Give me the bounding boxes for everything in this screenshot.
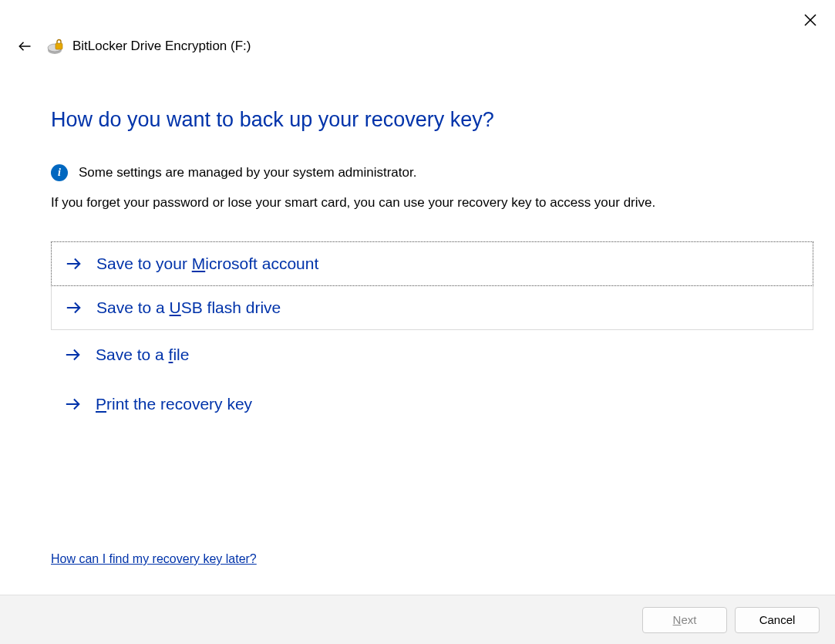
- option-label: Save to a USB flash drive: [96, 298, 281, 317]
- arrow-right-icon: [66, 299, 82, 316]
- back-button[interactable]: [14, 35, 35, 57]
- wizard-footer: Next Cancel: [0, 595, 835, 644]
- bitlocker-icon: [46, 37, 65, 56]
- description-text: If you forget your password or lose your…: [51, 195, 813, 211]
- next-button[interactable]: Next: [642, 607, 727, 633]
- window-title: BitLocker Drive Encryption (F:): [72, 39, 251, 54]
- option-label: Print the recovery key: [96, 395, 252, 413]
- option-label: Save to your Microsoft account: [96, 255, 318, 273]
- option-label: Save to a file: [96, 346, 189, 364]
- option-save-microsoft-account[interactable]: Save to your Microsoft account: [51, 241, 813, 286]
- close-icon: [804, 14, 816, 26]
- option-save-file[interactable]: Save to a file: [51, 330, 813, 379]
- cancel-button[interactable]: Cancel: [735, 607, 820, 633]
- wizard-content: How do you want to back up your recovery…: [51, 108, 813, 429]
- close-button[interactable]: [800, 9, 821, 31]
- info-icon: i: [51, 164, 68, 181]
- admin-notice-text: Some settings are managed by your system…: [79, 165, 416, 180]
- option-print-key[interactable]: Print the recovery key: [51, 379, 813, 429]
- wizard-header: BitLocker Drive Encryption (F:): [14, 35, 251, 57]
- option-save-usb[interactable]: Save to a USB flash drive: [51, 286, 813, 330]
- back-arrow-icon: [18, 39, 32, 53]
- help-link-find-key[interactable]: How can I find my recovery key later?: [51, 552, 257, 566]
- admin-notice: i Some settings are managed by your syst…: [51, 164, 813, 181]
- page-heading: How do you want to back up your recovery…: [51, 108, 813, 132]
- arrow-right-icon: [65, 346, 82, 363]
- arrow-right-icon: [65, 396, 82, 413]
- svg-rect-5: [56, 43, 62, 49]
- backup-options-list: Save to your Microsoft account Save to a…: [51, 241, 813, 429]
- arrow-right-icon: [66, 255, 82, 272]
